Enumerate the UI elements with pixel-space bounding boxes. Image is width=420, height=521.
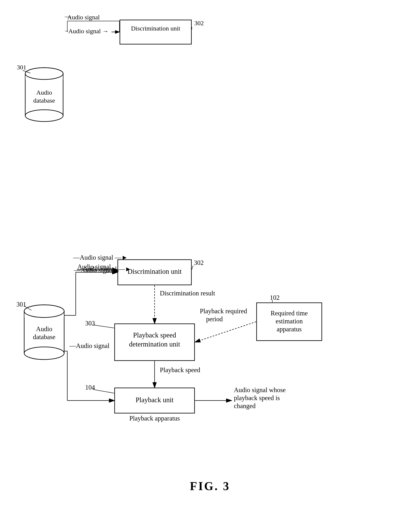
svg-text:apparatus: apparatus <box>277 326 302 333</box>
svg-text:Audio: Audio <box>36 325 52 333</box>
svg-point-6 <box>25 110 63 121</box>
svg-text:302: 302 <box>194 20 204 27</box>
svg-point-8 <box>25 68 63 80</box>
svg-text:301: 301 <box>16 301 26 308</box>
svg-text:—Audio signal —►: —Audio signal —► <box>73 254 128 261</box>
svg-text:Discrimination unit: Discrimination unit <box>131 25 180 32</box>
svg-point-29 <box>24 347 64 359</box>
svg-line-12 <box>23 70 30 73</box>
svg-text:estimation: estimation <box>276 318 303 325</box>
svg-text:determination unit: determination unit <box>129 340 180 348</box>
svg-text:302: 302 <box>194 259 204 266</box>
svg-rect-5 <box>25 74 63 116</box>
svg-text:303: 303 <box>85 320 95 327</box>
svg-text:Discrimination result: Discrimination result <box>160 290 215 297</box>
svg-line-21 <box>95 21 120 32</box>
page: Audio database 301 Discrimination unit 3… <box>0 0 420 521</box>
svg-line-39 <box>192 266 193 269</box>
svg-text:Playback unit: Playback unit <box>136 396 174 404</box>
svg-line-63 <box>195 322 256 342</box>
svg-text:—Audio signal: —Audio signal <box>69 342 109 350</box>
svg-line-55 <box>92 389 114 393</box>
svg-text:−Audio signal →: −Audio signal → <box>65 28 109 35</box>
svg-rect-7 <box>25 74 63 80</box>
fig3-title: FIG. 3 <box>190 479 230 493</box>
svg-text:database: database <box>33 97 55 104</box>
svg-text:Playback speed: Playback speed <box>160 366 200 374</box>
fig3-diagram: Audio database 301 Discrimination unit 3… <box>0 8 420 240</box>
svg-text:Playback required: Playback required <box>200 307 247 315</box>
svg-text:database: database <box>33 333 55 341</box>
svg-point-31 <box>24 305 64 318</box>
svg-rect-13 <box>120 20 191 44</box>
svg-text:Audio signal whose: Audio signal whose <box>234 386 286 394</box>
svg-text:Audio signal: Audio signal <box>67 14 100 21</box>
svg-text:—: — <box>65 13 71 20</box>
svg-text:changed: changed <box>234 402 256 409</box>
svg-text:Audio signal: Audio signal <box>77 263 111 270</box>
svg-line-49 <box>92 325 114 328</box>
svg-text:102: 102 <box>270 294 280 301</box>
svg-text:301: 301 <box>17 64 26 71</box>
svg-text:104: 104 <box>85 384 95 391</box>
svg-text:period: period <box>206 315 223 323</box>
svg-text:Playback apparatus: Playback apparatus <box>129 415 180 422</box>
fig4-svg: Observed energy Observed Observed energy… <box>0 514 420 521</box>
svg-point-4 <box>25 68 63 80</box>
fig3-svg: Audio database 301 Discrimination unit 3… <box>0 248 420 475</box>
svg-text:Discrimination unit: Discrimination unit <box>128 268 182 275</box>
svg-text:Audio: Audio <box>36 89 52 96</box>
svg-text:Required time: Required time <box>271 310 308 317</box>
svg-text:Playback speed: Playback speed <box>133 331 176 339</box>
svg-text:playback speed is: playback speed is <box>234 394 280 402</box>
